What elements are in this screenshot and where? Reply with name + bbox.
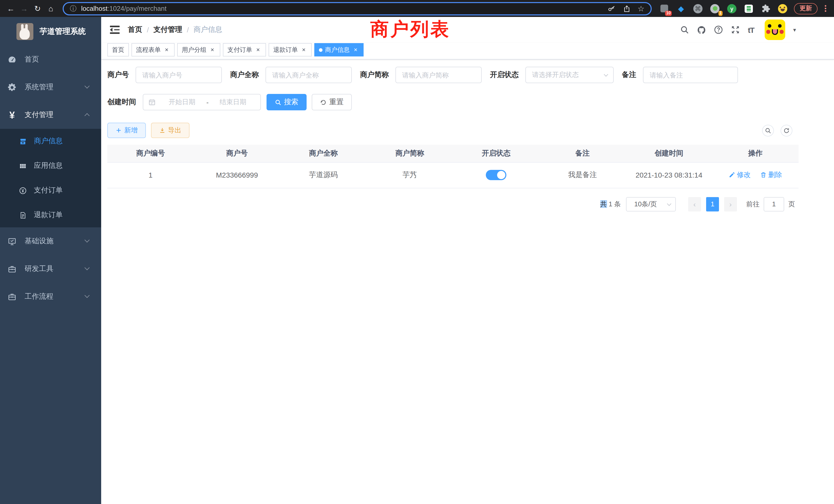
green-dot xyxy=(712,6,717,11)
breadcrumb-payment[interactable]: 支付管理 xyxy=(154,25,182,35)
short-name-input[interactable] xyxy=(395,67,482,83)
user-avatar[interactable] xyxy=(765,20,786,40)
add-button-label: 新增 xyxy=(124,126,138,135)
prev-page-button[interactable]: ‹ xyxy=(688,197,701,211)
tab-pay-orders[interactable]: 支付订单× xyxy=(223,43,266,56)
table-row: 1 M233666999 芋道源码 芋艿 我是备注 2021-10-23 08:… xyxy=(107,162,798,188)
sidebar-item-merchant-info[interactable]: 商户信息 xyxy=(0,129,101,154)
show-search-icon[interactable] xyxy=(762,124,774,136)
close-icon[interactable]: × xyxy=(301,46,307,53)
puzzle-extensions-icon[interactable] xyxy=(761,3,771,14)
cell-short-name: 芋艿 xyxy=(367,162,453,188)
col-merchant-no: 商户号 xyxy=(194,145,280,162)
status-select[interactable]: 请选择开启状态 xyxy=(525,67,614,83)
help-icon[interactable] xyxy=(714,25,723,35)
close-icon[interactable]: × xyxy=(209,46,216,53)
remark-input[interactable] xyxy=(643,67,738,83)
sidebar-item-label: 研发工具 xyxy=(25,264,53,274)
sidebar-item-pay-orders[interactable]: 支付订单 xyxy=(0,178,101,203)
next-page-button[interactable]: › xyxy=(724,197,737,211)
avatar-caret-icon[interactable]: ▾ xyxy=(793,26,796,33)
tab-user-group[interactable]: 用户分组× xyxy=(177,43,220,56)
sidebar-item-dev-tools[interactable]: 研发工具 xyxy=(0,255,101,283)
full-name-input[interactable] xyxy=(265,67,352,83)
sidebar-item-workflow[interactable]: 工作流程 xyxy=(0,283,101,311)
tab-refund-orders[interactable]: 退款订单× xyxy=(269,43,312,56)
cell-merchant-no: M233666999 xyxy=(194,162,280,188)
address-bar[interactable]: ⓘ localhost:1024/pay/merchant ☆ xyxy=(63,2,652,15)
url-path: :1024/pay/merchant xyxy=(108,5,167,12)
edit-link[interactable]: 修改 xyxy=(729,170,751,180)
document-icon xyxy=(19,211,27,219)
close-icon[interactable]: × xyxy=(352,46,359,53)
search-button[interactable]: 搜索 xyxy=(266,94,307,110)
bookmark-star-icon[interactable]: ☆ xyxy=(638,4,644,13)
sidebar-item-infrastructure[interactable]: 基础设施 xyxy=(0,227,101,255)
sidebar: 芋道管理系统 首页 系统管理 ¥ 支付管理 xyxy=(0,17,101,504)
tab-label: 首页 xyxy=(112,45,124,54)
refresh-icon[interactable] xyxy=(781,124,792,136)
reset-button[interactable]: 重置 xyxy=(312,94,352,110)
goto-page-input[interactable] xyxy=(764,197,784,211)
tab-label: 用户分组 xyxy=(182,45,206,54)
status-select-placeholder: 请选择开启状态 xyxy=(532,70,579,79)
profile-avatar-icon[interactable] xyxy=(777,3,788,14)
sidebar-item-app-info[interactable]: 应用信息 xyxy=(0,154,101,178)
page-number-1[interactable]: 1 xyxy=(706,197,719,211)
tab-home[interactable]: 首页 xyxy=(107,43,129,56)
reload-icon[interactable]: ↻ xyxy=(31,4,44,13)
browser-update-button[interactable]: 更新 xyxy=(794,3,817,14)
password-key-icon[interactable] xyxy=(607,4,615,13)
status-toggle[interactable] xyxy=(486,170,506,180)
sidebar-item-system[interactable]: 系统管理 xyxy=(0,73,101,101)
store-icon xyxy=(19,137,27,145)
total-count: 1 xyxy=(607,200,614,208)
site-info-icon[interactable]: ⓘ xyxy=(70,4,76,13)
add-button[interactable]: 新增 xyxy=(107,123,146,138)
home-icon[interactable]: ⌂ xyxy=(44,4,58,13)
gem-extension-icon[interactable]: ◆ xyxy=(676,3,686,14)
sidebar-fold-icon[interactable] xyxy=(110,26,120,34)
export-button[interactable]: 导出 xyxy=(151,123,190,138)
grid-icon xyxy=(19,162,27,169)
col-short-name: 商户简称 xyxy=(367,145,453,162)
tab-label: 退款订单 xyxy=(273,45,298,54)
tab-merchant-info[interactable]: 商户信息× xyxy=(314,43,364,56)
github-icon[interactable] xyxy=(697,25,706,35)
sidebar-item-refund-orders[interactable]: 退款订单 xyxy=(0,203,101,227)
chevron-down-icon xyxy=(85,84,90,89)
tab-label: 商户信息 xyxy=(325,45,350,54)
sidebar-item-label: 退款订单 xyxy=(34,210,63,220)
sidebar-item-home[interactable]: 首页 xyxy=(0,46,101,73)
url-text[interactable]: localhost:1024/pay/merchant xyxy=(81,5,600,12)
share-icon[interactable] xyxy=(623,4,630,13)
font-size-icon[interactable]: tT xyxy=(748,25,754,34)
close-icon[interactable]: × xyxy=(255,46,261,53)
command-extension-icon[interactable]: ⌘ xyxy=(693,3,703,14)
browser-chrome: ← → ↻ ⌂ ⓘ localhost:1024/pay/merchant ☆ … xyxy=(0,0,834,17)
y-extension-icon[interactable]: y xyxy=(727,3,737,14)
tab-process-form[interactable]: 流程表单× xyxy=(131,43,175,56)
fullscreen-icon[interactable] xyxy=(731,25,740,35)
create-time-range-picker[interactable]: 开始日期 - 结束日期 xyxy=(143,94,261,110)
doc-extension-icon[interactable] xyxy=(744,3,754,14)
table-mini-actions xyxy=(762,124,792,136)
sidebar-item-payment[interactable]: ¥ 支付管理 xyxy=(0,101,101,129)
tray-extension-icon[interactable]: 1 xyxy=(710,3,720,14)
breadcrumb-home[interactable]: 首页 xyxy=(128,25,142,35)
merchant-list-page: 商户号 商户全称 商户简称 开启状态 请选择开启状态 备注 创建时间 xyxy=(101,60,798,211)
close-icon[interactable]: × xyxy=(163,46,170,53)
sidekick-extension-icon[interactable]: 10 xyxy=(659,3,669,14)
tray-circle-icon xyxy=(710,4,720,13)
cell-actions: 修改 删除 xyxy=(712,162,799,188)
back-icon[interactable]: ← xyxy=(4,4,18,13)
search-icon[interactable] xyxy=(680,25,689,35)
page-size-select[interactable]: 10条/页 xyxy=(626,197,676,211)
browser-menu-icon[interactable] xyxy=(822,5,829,12)
col-status: 开启状态 xyxy=(453,145,540,162)
briefcase-icon xyxy=(8,292,17,301)
short-name-label: 商户简称 xyxy=(360,70,389,79)
merchant-no-input[interactable] xyxy=(136,67,222,83)
delete-link[interactable]: 删除 xyxy=(760,170,782,180)
forward-icon[interactable]: → xyxy=(18,4,31,13)
